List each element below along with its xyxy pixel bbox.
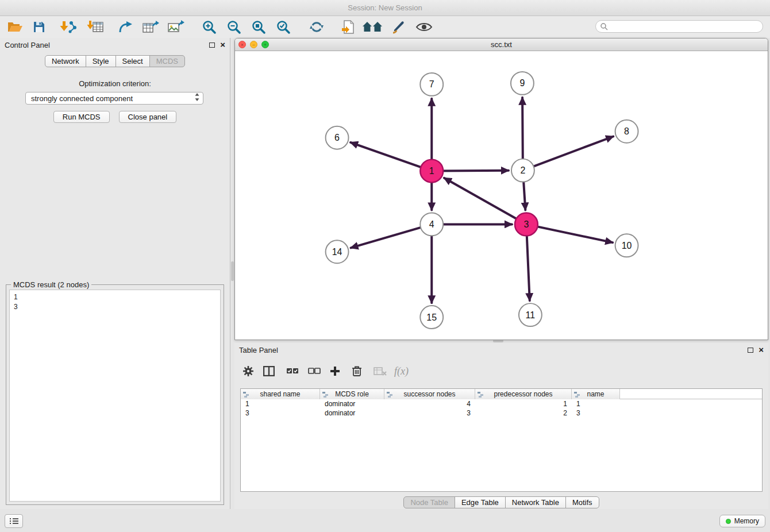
graph-edge-1-6[interactable] <box>351 142 432 171</box>
mcds-result-title: MCDS result (2 nodes) <box>11 280 91 289</box>
import-network-button[interactable] <box>57 18 78 36</box>
new-table-icon <box>142 20 159 34</box>
table-cell: 3 <box>572 408 620 418</box>
table-panel-tabs: Node Table Edge Table Network Table Moti… <box>234 496 768 508</box>
graph-node-label: 11 <box>526 310 536 320</box>
mcds-result-list[interactable]: 1 3 <box>9 290 221 502</box>
column-header-shared-name[interactable]: shared name <box>241 389 320 399</box>
graph-node-label: 1 <box>429 166 434 176</box>
delete-column-button[interactable] <box>352 364 362 379</box>
table-row[interactable]: 3dominator323 <box>241 408 762 418</box>
search-input[interactable] <box>611 22 758 31</box>
column-header-successor-nodes[interactable]: successor nodes <box>384 389 475 399</box>
new-network-button[interactable] <box>115 18 136 36</box>
export-image-button[interactable] <box>165 18 186 36</box>
run-mcds-button[interactable]: Run MCDS <box>53 111 110 123</box>
zoom-selected-button[interactable] <box>273 18 294 36</box>
style-wizard-button[interactable] <box>388 18 409 36</box>
function-builder-button[interactable]: f(x) <box>394 364 409 379</box>
export-image-icon <box>167 20 184 34</box>
tab-edge-table[interactable]: Edge Table <box>455 496 506 508</box>
zoom-fit-button[interactable] <box>248 18 269 36</box>
import-table-icon <box>87 20 104 34</box>
search-box[interactable] <box>595 20 763 33</box>
control-panel-header: Control Panel × <box>0 38 230 53</box>
grid-delete-icon <box>374 367 387 376</box>
open-session-button[interactable] <box>5 18 25 36</box>
float-window-icon[interactable] <box>748 348 753 353</box>
zoom-in-icon <box>202 20 217 34</box>
graph-node-label: 15 <box>426 313 437 322</box>
column-header-predecessor-nodes[interactable]: predecessor nodes <box>475 389 572 399</box>
close-panel-icon[interactable]: × <box>220 41 225 49</box>
tab-network[interactable]: Network <box>45 55 86 67</box>
criterion-dropdown[interactable]: strongly connected component <box>25 92 203 105</box>
new-table-button[interactable] <box>140 18 161 36</box>
memory-label: Memory <box>734 517 759 525</box>
app-titlebar: Session: New Session <box>0 0 770 16</box>
graph-node-label: 8 <box>624 126 629 136</box>
graph-node-label: 7 <box>429 79 434 89</box>
table-cell: dominator <box>320 399 384 408</box>
column-header-label: successor nodes <box>403 390 455 398</box>
graph-edge-2-8[interactable] <box>523 136 613 170</box>
task-history-button[interactable] <box>5 514 23 528</box>
close-window-button[interactable]: × <box>238 41 246 48</box>
float-window-icon[interactable] <box>209 43 215 48</box>
table-header-row: shared name MCDS role successor nodes pr… <box>241 389 762 399</box>
memory-button[interactable]: Memory <box>719 515 765 527</box>
close-panel-button[interactable]: Close panel <box>119 111 177 123</box>
table-cell: 3 <box>241 408 320 418</box>
zoom-in-button[interactable] <box>199 18 220 36</box>
home-button[interactable] <box>362 18 383 36</box>
zoom-fit-icon <box>251 20 266 34</box>
select-all-columns-button[interactable] <box>286 364 299 379</box>
refresh-button[interactable] <box>306 18 327 36</box>
graph-node-label: 10 <box>622 241 632 250</box>
add-column-button[interactable] <box>330 364 340 379</box>
tab-motifs[interactable]: Motifs <box>565 496 599 508</box>
close-panel-icon[interactable]: × <box>759 346 764 354</box>
import-table-button[interactable] <box>85 18 106 36</box>
split-panel-icon <box>263 366 275 376</box>
snapshot-button[interactable] <box>338 18 359 36</box>
save-session-button[interactable] <box>29 18 49 36</box>
window-title: Session: New Session <box>348 3 422 12</box>
brush-icon <box>391 20 406 34</box>
vertical-splitter-handle[interactable] <box>231 261 234 281</box>
mcds-result-line: 1 <box>14 292 216 302</box>
column-header-mcds-role[interactable]: MCDS role <box>320 389 384 399</box>
delete-table-button[interactable] <box>374 364 387 379</box>
table-cell: 4 <box>384 399 475 408</box>
graph-edge-3-1[interactable] <box>444 178 526 225</box>
column-type-icon <box>322 391 329 399</box>
tab-node-table[interactable]: Node Table <box>403 496 455 508</box>
criterion-dropdown-value: strongly connected component <box>31 94 195 103</box>
tab-mcds[interactable]: MCDS <box>149 55 185 67</box>
graph-edge-4-14[interactable] <box>351 224 432 248</box>
maximize-window-button[interactable]: + <box>261 41 269 48</box>
graph-node-label: 6 <box>334 133 340 142</box>
tab-style[interactable]: Style <box>86 55 116 67</box>
mcds-result-group: MCDS result (2 nodes) 1 3 <box>6 284 224 505</box>
unselect-all-columns-button[interactable] <box>308 364 321 379</box>
control-panel-header-icons: × <box>209 41 225 49</box>
tab-select[interactable]: Select <box>116 55 150 67</box>
table-settings-button[interactable] <box>242 364 254 379</box>
network-canvas[interactable]: 7968124314101511 <box>235 51 768 340</box>
network-window-title: scc.txt <box>491 40 512 49</box>
minimize-window-button[interactable]: − <box>250 41 257 48</box>
snapshot-icon <box>341 20 355 34</box>
show-graphics-button[interactable] <box>414 18 434 36</box>
table-row[interactable]: 1dominator411 <box>241 399 762 408</box>
split-columns-button[interactable] <box>263 364 275 379</box>
folder-open-icon <box>7 21 23 33</box>
column-header-name[interactable]: name <box>572 389 620 399</box>
graph-edge-3-10[interactable] <box>526 224 613 242</box>
table-cell: 3 <box>384 408 475 418</box>
graph-node-label: 9 <box>519 78 525 88</box>
tab-network-table[interactable]: Network Table <box>505 496 566 508</box>
plus-icon <box>330 366 340 376</box>
zoom-out-button[interactable] <box>224 18 244 36</box>
network-graph-svg[interactable]: 7968124314101511 <box>235 51 768 340</box>
